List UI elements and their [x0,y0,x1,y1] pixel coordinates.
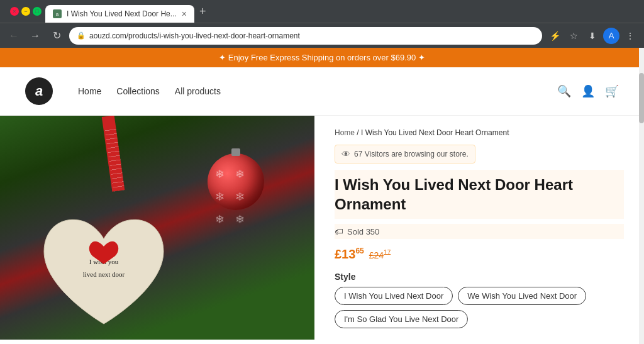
lock-icon: 🔒 [77,31,86,40]
sold-badge: 🏷 Sold 350 [335,224,624,239]
page-content: ✦ Enjoy Free Express Shipping on orders … [0,48,644,344]
reload-button[interactable]: ↻ [48,27,65,45]
visitor-text: 67 Visitors are browsing our store. [354,150,469,158]
price-original: £2417 [369,249,391,260]
header-icons: 🔍 👤 🛒 [557,84,619,98]
breadcrumb: Home / I Wish You Lived Next Door Heart … [335,128,624,137]
product-image-section: ❄ ❄❄ ❄❄ ❄ I wish you lived next door [0,116,314,340]
logo-circle: a [25,77,53,105]
window-close-button[interactable]: × [10,7,19,16]
site-header: a Home Collections All products 🔍 👤 🛒 [0,67,644,116]
toolbar-icons: ⚡ ☆ ⬇ A ⋮ [546,27,639,45]
scrollbar-thumb[interactable] [639,73,644,123]
extensions-button[interactable]: ⚡ [546,27,564,45]
browser-tabs: a I Wish You Lived Next Door He... × + [45,0,639,23]
address-bar[interactable]: 🔒 aouzd.com/products/i-wish-you-lived-ne… [69,27,542,45]
sold-text: Sold 350 [347,227,379,236]
quantity-section: Quantity − 1 + [335,338,624,340]
window-minimize-button[interactable]: − [21,7,30,16]
announcement-text: ✦ Enjoy Free Express Shipping on orders … [219,53,425,62]
nav-collections[interactable]: Collections [116,86,159,96]
scrollbar[interactable] [639,48,644,344]
quantity-label: Quantity [335,338,624,340]
profile-area[interactable]: A [602,27,620,45]
product-title: I Wish You Lived Next Door Heart Ornamen… [335,170,624,219]
main-nav: Home Collections All products [78,86,221,96]
style-label: Style [335,272,624,282]
style-option-1[interactable]: I Wish You Lived Next Door [335,287,453,305]
forward-button[interactable]: → [26,27,44,45]
account-button[interactable]: 👤 [581,84,595,98]
address-row: ← → ↻ 🔒 aouzd.com/products/i-wish-you-li… [0,23,644,48]
new-tab-button[interactable]: + [194,5,211,18]
site-logo[interactable]: a [25,77,53,105]
price-row: £1365 £2417 [335,247,624,262]
breadcrumb-current: I Wish You Lived Next Door Heart Ornamen… [361,128,509,137]
style-section: Style I Wish You Lived Next Door We Wish… [335,272,624,328]
download-button[interactable]: ⬇ [584,27,601,45]
cart-button[interactable]: 🛒 [605,84,619,98]
window-controls: × − □ [10,7,42,16]
nav-home[interactable]: Home [78,86,101,96]
style-option-2[interactable]: We Wish You Lived Next Door [458,287,586,305]
visitor-badge: 👁 67 Visitors are browsing our store. [335,145,475,164]
main-content: ❄ ❄❄ ❄❄ ❄ I wish you lived next door Hom… [0,116,644,340]
style-options: I Wish You Lived Next Door We Wish You L… [335,287,624,328]
active-tab[interactable]: a I Wish You Lived Next Door He... × [45,5,194,23]
tab-title: I Wish You Lived Next Door He... [67,9,177,18]
product-details: Home / I Wish You Lived Next Door Heart … [314,116,644,340]
browser-chrome: × − □ a I Wish You Lived Next Door He...… [0,0,644,23]
visitor-icon: 👁 [341,149,350,159]
address-text: aouzd.com/products/i-wish-you-lived-next… [89,31,535,40]
heart-ornament-svg: I wish you lived next door [31,201,176,340]
sold-icon: 🏷 [335,226,343,236]
svg-text:lived next door: lived next door [83,270,125,278]
tab-favicon: a [53,9,62,18]
red-ornament: ❄ ❄❄ ❄❄ ❄ [208,153,264,210]
nav-all-products[interactable]: All products [175,86,221,96]
profile-icon: A [603,28,619,44]
style-option-3[interactable]: I'm So Glad You Live Next Door [335,310,468,328]
bookmark-button[interactable]: ☆ [565,27,582,45]
announcement-banner: ✦ Enjoy Free Express Shipping on orders … [0,48,644,67]
back-button[interactable]: ← [5,27,23,45]
tab-close-button[interactable]: × [182,9,187,19]
menu-button[interactable]: ⋮ [621,27,639,45]
price-current: £1365 [335,247,364,262]
window-maximize-button[interactable]: □ [33,7,42,16]
breadcrumb-home[interactable]: Home [335,128,355,137]
search-button[interactable]: 🔍 [557,84,571,98]
